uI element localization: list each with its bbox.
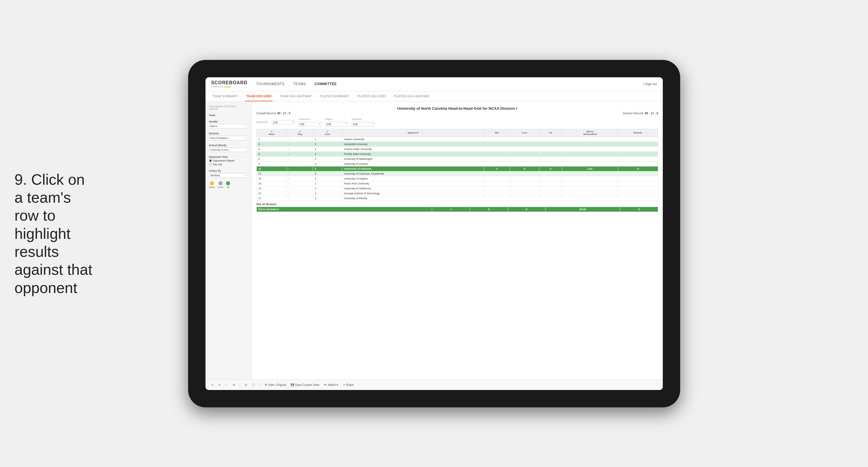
cell-reg: - [287, 151, 313, 156]
sidebar-opponent-view-section: Opponent View Opponents Played Top 100 [209, 155, 248, 166]
view-original-button[interactable]: 👁 View: Original [264, 383, 287, 387]
cell-loss [510, 176, 539, 181]
undo-button[interactable]: ↩ [210, 383, 215, 387]
table-row[interactable]: 15-2University of Oklahoma [256, 186, 658, 191]
cell-rounds [618, 161, 658, 166]
nav-tournaments[interactable]: TOURNAMENTS [256, 82, 284, 86]
nav-teams[interactable]: TEAMS [293, 82, 306, 86]
school-rank-value: University of Nort... [209, 148, 248, 152]
cell-rank: 4 [256, 146, 287, 151]
panel-title: University of North Carolina Head-to-Hea… [256, 106, 658, 111]
sidebar-team-section: Team [209, 114, 248, 117]
share-button[interactable]: ↗ Share [342, 383, 355, 387]
colour-select-wrapper: Win/loss [209, 173, 248, 178]
radio-opponents-played[interactable]: Opponents Played [209, 159, 248, 162]
nav-committee[interactable]: COMMITTEE [315, 82, 337, 86]
opponent-filter-select[interactable]: (All) [352, 122, 375, 126]
table-row[interactable]: 9-3University of Arizona [256, 161, 658, 166]
cell-loss [510, 186, 539, 191]
logo-powered: Powered by clippd [211, 85, 248, 88]
cell-conf: 6 [313, 171, 342, 176]
clock-icon: 🕐 [251, 383, 255, 386]
table-row[interactable]: 16-4Georgia Institute of Technology [256, 191, 658, 196]
legend-dot-up [226, 181, 230, 185]
cell-opponent: University of Alabama [342, 166, 484, 171]
sidebar: Last Updated: 27/03/2024 16:55:38 Team G… [206, 101, 252, 380]
legend-level: Level [218, 181, 223, 188]
table-row[interactable]: 4-1Arizona State University [256, 146, 658, 151]
save-custom-button[interactable]: 💾 Save Custom View [289, 383, 320, 387]
table-row[interactable]: 12-6University of Arkansas, Fayetteville [256, 171, 658, 176]
gender-select[interactable]: Men's [209, 124, 248, 128]
tab-player-h2h-grid[interactable]: PLAYER H2H GRID [356, 91, 387, 101]
region-filter-select[interactable]: (All) [325, 122, 348, 126]
table-row[interactable]: 8-2University of Washington [256, 156, 658, 161]
cell-opponent: Arizona State University [342, 146, 484, 151]
ood-win: 1 [432, 207, 470, 212]
cell-diff: 2.61 [562, 166, 618, 171]
tab-team-h2h-heatmap[interactable]: TEAM H2H HEATMAP [278, 91, 313, 101]
cell-rank: 8 [256, 156, 287, 161]
table-row[interactable]: 17-3University of Florida [256, 196, 658, 201]
tab-player-h2h-heatmap[interactable]: PLAYER H2H HEATMAP [393, 91, 431, 101]
cell-conf: 3 [313, 176, 342, 181]
cell-loss [510, 161, 539, 166]
redo-button[interactable]: ↪ [217, 383, 222, 387]
table-row[interactable]: 6-2Florida State University [256, 151, 658, 156]
opponents-filter-select[interactable]: (All) [272, 120, 295, 125]
opponent-filter-wrapper: (All) [352, 121, 375, 126]
back-button[interactable]: ← [224, 383, 229, 387]
table-row[interactable]: 3-2Vanderbilt University [256, 142, 658, 146]
cell-win [484, 161, 510, 166]
cell-rank: 16 [256, 191, 287, 196]
cell-conf: 2 [313, 151, 342, 156]
sign-out[interactable]: | Sign out [643, 82, 657, 86]
sidebar-gender-label: Gender [209, 120, 248, 123]
tab-team-summary[interactable]: TEAM SUMMARY [211, 91, 240, 101]
legend-up: Up [226, 181, 230, 188]
region-filter-group: Region (All) [325, 118, 348, 126]
cell-tie [539, 176, 562, 181]
cell-conf: 1 [313, 137, 342, 142]
cell-conf: 1 [313, 181, 342, 186]
cell-diff [562, 181, 618, 186]
crop-icon: ⊡ [245, 383, 247, 386]
cell-reg: - [287, 186, 313, 191]
view-icon: 👁 [265, 383, 268, 386]
table-row[interactable]: 2-1Auburn University [256, 137, 658, 142]
opponent-filter-group: Opponent (All) [352, 118, 375, 126]
watch-button[interactable]: 👁 Watch ▾ [323, 383, 339, 387]
cell-opponent: Texas Tech University [342, 181, 484, 186]
opponents-filter-label: Opponents: [256, 121, 268, 123]
clock-button[interactable]: 🕐 [250, 383, 256, 387]
data-panel: University of North Carolina Head-to-Hea… [252, 101, 663, 380]
cell-win [484, 186, 510, 191]
region-filter-wrapper: (All) [325, 121, 348, 126]
th-opponent: Opponent [342, 129, 484, 137]
table-row[interactable]: 14-1Texas Tech University [256, 181, 658, 186]
radio-top-100[interactable]: Top 100 [209, 163, 248, 166]
cell-conf: 4 [313, 191, 342, 196]
step-number: 9. [14, 171, 27, 187]
panel-records: Overall Record: 89 - 17 - 0 Division Rec… [256, 112, 658, 115]
overall-record: Overall Record: 89 - 17 - 0 [256, 112, 290, 115]
cell-opponent: Auburn University [342, 137, 484, 142]
cell-conf: 1 [313, 146, 342, 151]
cell-loss [510, 156, 539, 161]
refresh-button[interactable]: ⟳ [231, 383, 236, 387]
crop-button[interactable]: ⊡ [243, 383, 248, 387]
division-select[interactable]: NCAA Division I [209, 136, 248, 140]
table-row[interactable]: NCAA Division II 1 0 0 26.00 3 [256, 207, 658, 212]
table-row[interactable]: 11-5University of Alabama3002.618 [256, 166, 658, 171]
conference-filter-select[interactable]: (All) [299, 122, 321, 126]
table-row[interactable]: 13-3University of Virginia [256, 176, 658, 181]
tab-player-summary[interactable]: PLAYER SUMMARY [319, 91, 350, 101]
view-label: View: Original [268, 383, 286, 386]
opponents-filter-wrapper: (All) [272, 119, 295, 125]
cell-win [484, 156, 510, 161]
cell-opponent: University of Arizona [342, 161, 484, 166]
tab-team-h2h-grid[interactable]: TEAM H2H GRID [245, 91, 273, 101]
colour-select[interactable]: Win/loss [209, 173, 248, 178]
cell-loss [510, 191, 539, 196]
watch-icon: 👁 [324, 383, 327, 386]
